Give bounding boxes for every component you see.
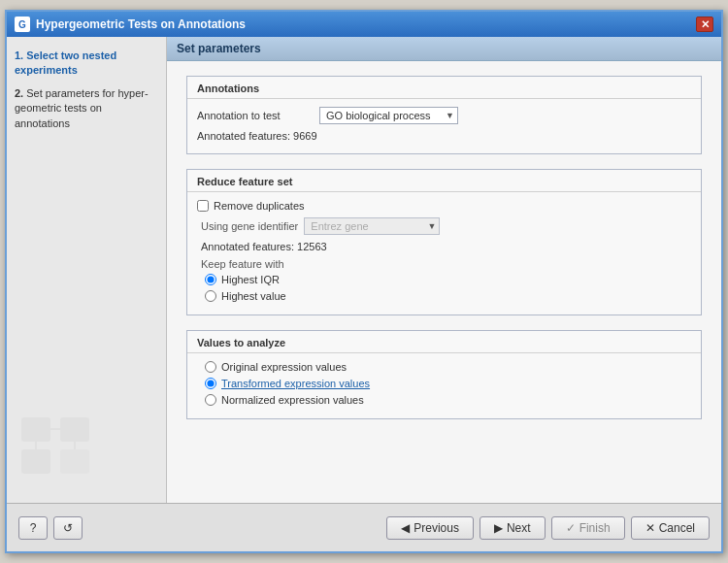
values-group-content: Original expression values Transformed e… [187,353,701,418]
window-title: Hypergeometric Tests on Annotations [36,17,246,31]
reduce-group-content: Remove duplicates Using gene identifier … [187,192,701,315]
annotations-group-title: Annotations [187,77,701,99]
normalized-expression-row: Normalized expression values [205,394,691,406]
section-header: Set parameters [167,37,721,61]
sidebar: 1. Select two nested experiments 2. Set … [7,37,167,503]
footer: ? ↺ ◀ Previous ▶ Next ✓ Finish ✕ Cancel [7,503,721,551]
main-window: G Hypergeometric Tests on Annotations ✕ … [5,10,723,553]
original-expression-label: Original expression values [221,361,347,373]
annotations-group: Annotations Annotation to test GO biolog… [186,76,702,154]
reduce-group: Reduce feature set Remove duplicates Usi… [186,169,702,315]
normalized-expression-radio[interactable] [205,394,216,406]
sidebar-step-1: 1. Select two nested experiments [15,49,158,79]
finish-button[interactable]: ✓ Finish [551,516,625,540]
watermark [17,413,104,483]
reduce-group-title: Reduce feature set [187,170,701,192]
previous-arrow-icon: ◀ [401,521,410,535]
title-bar: G Hypergeometric Tests on Annotations ✕ [7,12,721,37]
annotation-to-test-label: Annotation to test [197,110,314,121]
window-body: 1. Select two nested experiments 2. Set … [7,37,721,503]
highest-iqr-row: Highest IQR [205,274,691,285]
annotations-features-row: Annotated features: 9669 [197,130,691,142]
annotation-dropdown[interactable]: GO biological processGO molecular functi… [319,107,458,124]
title-bar-left: G Hypergeometric Tests on Annotations [15,17,246,32]
highest-value-row: Highest value [205,290,691,302]
svg-rect-1 [60,417,89,442]
values-group-title: Values to analyze [187,331,701,353]
remove-duplicates-checkbox[interactable] [197,200,209,212]
highest-value-radio[interactable] [205,290,216,302]
annotations-group-content: Annotation to test GO biological process… [187,99,701,153]
reset-button[interactable]: ↺ [53,516,83,540]
transformed-expression-radio[interactable] [205,378,216,389]
gene-identifier-dropdown[interactable]: Entrez geneEnsembl geneRefSeq [304,217,440,235]
highest-value-label: Highest value [221,290,286,302]
finish-check-icon: ✓ [566,521,576,535]
annotation-to-test-row: Annotation to test GO biological process… [197,107,691,124]
next-arrow-icon: ▶ [494,521,503,535]
close-button[interactable]: ✕ [696,17,713,32]
reduce-features-row: Annotated features: 12563 [201,241,691,252]
remove-duplicates-row: Remove duplicates [197,200,691,212]
remove-duplicates-label: Remove duplicates [214,200,305,212]
cancel-button[interactable]: ✕ Cancel [631,516,710,540]
gene-identifier-row: Using gene identifier Entrez geneEnsembl… [201,217,691,235]
svg-rect-0 [21,417,50,442]
next-button[interactable]: ▶ Next [480,516,546,540]
content-area: Annotations Annotation to test GO biolog… [167,61,721,503]
transformed-expression-row: Transformed expression values [205,378,691,389]
cancel-x-icon: ✕ [645,521,655,535]
app-icon: G [15,17,30,32]
footer-right: ◀ Previous ▶ Next ✓ Finish ✕ Cancel [386,516,710,540]
values-group: Values to analyze Original expression va… [186,330,702,419]
annotation-dropdown-wrapper: GO biological processGO molecular functi… [319,107,458,124]
normalized-expression-label: Normalized expression values [221,394,364,406]
svg-rect-2 [21,449,50,474]
help-button[interactable]: ? [18,516,48,540]
original-expression-row: Original expression values [205,361,691,373]
svg-rect-3 [60,449,89,474]
sidebar-step-2: 2. Set parameters for hyper-geometric te… [15,86,158,131]
previous-button[interactable]: ◀ Previous [386,516,474,540]
transformed-expression-label: Transformed expression values [221,378,370,389]
highest-iqr-radio[interactable] [205,274,216,285]
highest-iqr-label: Highest IQR [221,274,280,285]
gene-identifier-label: Using gene identifier [201,220,298,232]
keep-feature-label: Keep feature with [201,258,691,270]
gene-dropdown-wrapper: Entrez geneEnsembl geneRefSeq ▼ [304,217,440,235]
footer-left: ? ↺ [18,516,379,540]
main-content: Set parameters Annotations Annotation to… [167,37,721,503]
original-expression-radio[interactable] [205,361,216,373]
